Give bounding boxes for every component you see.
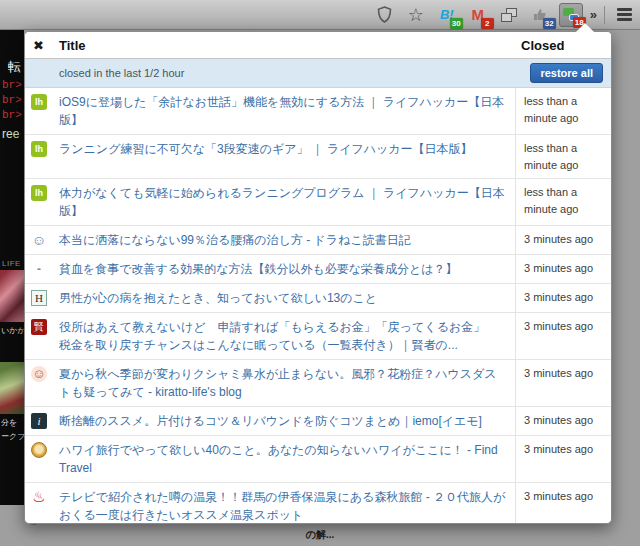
popup-arrow [576,23,594,32]
filter-label: closed in the last 1/2 hour [59,67,530,79]
bg-article-thumbnail [0,362,24,414]
closed-time: 3 minutes ago [515,360,611,406]
bookmark-star-icon[interactable]: ☆ [404,3,428,27]
closed-tab-row[interactable]: i断捨離のススメ。片付けるコツ＆リバウンドを防ぐコツまとめ｜iemo[イエモ]3… [25,407,611,436]
chrome-menu-icon[interactable] [612,3,636,27]
hatena-badge: 30 [450,18,463,29]
closed-tabs-list: lhiOS9に登場した「余計なお世話」機能を無効にする方法 ｜ ライフハッカー【… [25,88,611,524]
row-content: lhiOS9に登場した「余計なお世話」機能を無効にする方法 ｜ ライフハッカー【… [25,88,515,134]
closed-time: less than a minute ago [515,135,611,178]
closed-column-header: Closed [515,38,603,53]
shield-icon[interactable] [373,3,397,27]
closed-time: 3 minutes ago [515,436,611,482]
dash-favicon-icon: - [31,261,47,277]
row-content: H男性が心の病を抱えたとき、知っておいて欲しい13のこと [25,284,515,312]
filter-row: closed in the last 1/2 hour restore all [25,59,611,88]
title-column-header: Title [59,38,515,53]
tab-title-link[interactable]: 役所はあえて教えないけど 申請すれば「もらえるお金」「戻ってくるお金」 税金を取… [59,318,507,354]
bg-code-line: br> [2,93,24,108]
closed-tab-row[interactable]: H男性が心の病を抱えたとき、知っておいて欲しい13のこと3 minutes ag… [25,284,611,313]
bg-snippet: いかか [1,325,24,336]
row-content: ハワイ旅行でやって欲しい40のこと。あなたの知らないハワイがここに！ - Fin… [25,436,515,482]
tab-title-link[interactable]: ハワイ旅行でやって欲しい40のこと。あなたの知らないハワイがここに！ - Fin… [59,441,507,477]
closed-time: 3 minutes ago [515,226,611,254]
bg-snippet: ークフ [1,431,24,442]
bg-text-fragment: ree [2,127,24,141]
row-content: ☺本当に洒落にならない99％治る腰痛の治し方 - ドラねこ読書日記 [25,226,515,254]
gmail-badge: 2 [481,18,494,29]
background-page-left-strip: 転 br> br> br> ree LIFE いかか 分を ークフ [0,30,24,505]
tab-title-link[interactable]: 貧血を食事で改善する効果的な方法【鉄分以外も必要な栄養成分とは？】 [59,260,507,278]
row-content: lh体力がなくても気軽に始められるランニングプログラム ｜ ライフハッカー【日本… [25,179,515,225]
closed-tab-row[interactable]: lh体力がなくても気軽に始められるランニングプログラム ｜ ライフハッカー【日本… [25,179,611,226]
lifehacker-favicon-icon: lh [31,94,47,110]
closed-tab-row[interactable]: lhランニング練習に不可欠な「3段変速のギア」 ｜ ライフハッカー【日本版】le… [25,135,611,179]
girl-favicon-icon: ☺ [31,366,47,382]
closed-time: 3 minutes ago [515,284,611,312]
kenja-favicon-icon: 賢 [31,319,47,335]
bg-code-line: br> [2,108,24,123]
closed-time: 3 minutes ago [515,483,611,524]
closed-tab-row[interactable]: 賢役所はあえて教えないけど 申請すれば「もらえるお金」「戻ってくるお金」 税金を… [25,313,611,360]
tab-title-link[interactable]: テレビで紹介された噂の温泉！！群馬の伊香保温泉にある森秋旅館 - ２０代旅人がお… [59,488,507,524]
restore-all-button[interactable]: restore all [530,63,603,83]
iemo-favicon-icon: i [31,413,47,429]
bg-kanji-text: 転 [8,58,24,76]
tab-windows-icon[interactable] [497,3,521,27]
bg-bottom-text: の解... [0,528,640,542]
closed-time: less than a minute ago [515,179,611,225]
toolbar-overflow-chevron[interactable]: » [590,7,597,22]
tab-title-link[interactable]: 体力がなくても気軽に始められるランニングプログラム ｜ ライフハッカー【日本版】 [59,184,507,220]
closed-tab-row[interactable]: ☺本当に洒落にならない99％治る腰痛の治し方 - ドラねこ読書日記3 minut… [25,226,611,255]
tab-title-link[interactable]: ランニング練習に不可欠な「3段変速のギア」 ｜ ライフハッカー【日本版】 [59,140,507,158]
row-content: ☺夏から秋へ季節が変わりクシャミ鼻水が止まらない。風邪？花粉症？ハウスダストも疑… [25,360,515,406]
cat-favicon-icon: ☺ [31,232,47,248]
closed-time: 3 minutes ago [515,313,611,359]
popup-header: ✖ Title Closed [25,32,611,59]
onsen-favicon-icon: ♨ [31,489,47,505]
tab-title-link[interactable]: 夏から秋へ季節が変わりクシャミ鼻水が止まらない。風邪？花粉症？ハウスダストも疑っ… [59,365,507,401]
closed-time: 3 minutes ago [515,255,611,283]
recently-closed-tabs-popup: ✖ Title Closed closed in the last 1/2 ho… [24,31,612,524]
closed-tab-row[interactable]: -貧血を食事で改善する効果的な方法【鉄分以外も必要な栄養成分とは？】3 minu… [25,255,611,284]
tab-title-link[interactable]: 男性が心の病を抱えたとき、知っておいて欲しい13のこと [59,289,507,307]
hatena-bookmark-extension-icon[interactable]: B! 30 [435,3,459,27]
tab-title-link[interactable]: iOS9に登場した「余計なお世話」機能を無効にする方法 ｜ ライフハッカー【日本… [59,93,507,129]
closed-tab-row[interactable]: ☺夏から秋へ季節が変わりクシャミ鼻水が止まらない。風邪？花粉症？ハウスダストも疑… [25,360,611,407]
bg-article-thumbnail [0,270,24,322]
gmail-extension-icon[interactable]: M 2 [466,3,490,27]
row-content: lhランニング練習に不可欠な「3段変速のギア」 ｜ ライフハッカー【日本版】 [25,135,515,178]
facebook-like-extension-icon[interactable]: 32 [528,3,552,27]
bg-code-line: br> [2,78,24,93]
closed-tab-row[interactable]: ♨テレビで紹介された噂の温泉！！群馬の伊香保温泉にある森秋旅館 - ２０代旅人が… [25,483,611,524]
closed-tab-row[interactable]: ハワイ旅行でやって欲しい40のこと。あなたの知らないハワイがここに！ - Fin… [25,436,611,483]
close-icon[interactable]: ✖ [33,38,59,53]
closed-time: 3 minutes ago [515,407,611,435]
lifehacker-favicon-icon: lh [31,185,47,201]
row-content: ♨テレビで紹介された噂の温泉！！群馬の伊香保温泉にある森秋旅館 - ２０代旅人が… [25,483,515,524]
row-content: -貧血を食事で改善する効果的な方法【鉄分以外も必要な栄養成分とは？】 [25,255,515,283]
hletter-favicon-icon: H [31,290,47,306]
findtravel-favicon-icon [31,442,47,458]
browser-toolbar: ☆ B! 30 M 2 32 18 » [0,0,640,30]
tab-title-link[interactable]: 断捨離のススメ。片付けるコツ＆リバウンドを防ぐコツまとめ｜iemo[イエモ] [59,412,507,430]
row-content: 賢役所はあえて教えないけど 申請すれば「もらえるお金」「戻ってくるお金」 税金を… [25,313,515,359]
bg-life-label: LIFE [2,259,24,268]
closed-tab-row[interactable]: lhiOS9に登場した「余計なお世話」機能を無効にする方法 ｜ ライフハッカー【… [25,88,611,135]
lifehacker-favicon-icon: lh [31,141,47,157]
facebook-badge: 32 [543,18,556,29]
bg-snippet: 分を [1,417,24,428]
closed-time: less than a minute ago [515,88,611,134]
row-content: i断捨離のススメ。片付けるコツ＆リバウンドを防ぐコツまとめ｜iemo[イエモ] [25,407,515,435]
tab-title-link[interactable]: 本当に洒落にならない99％治る腰痛の治し方 - ドラねこ読書日記 [59,231,507,249]
